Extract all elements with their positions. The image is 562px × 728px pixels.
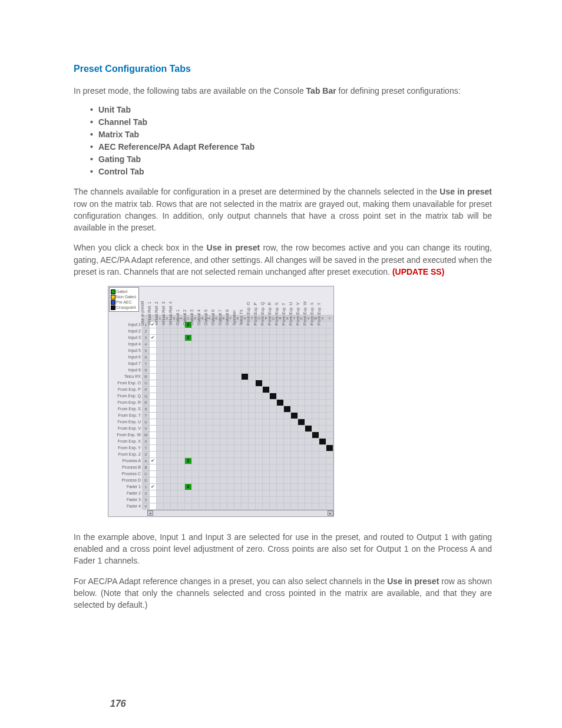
matrix-cell[interactable] (291, 477, 298, 483)
matrix-cell[interactable] (192, 483, 199, 490)
matrix-cell[interactable] (234, 483, 242, 490)
matrix-cell[interactable] (319, 503, 326, 509)
matrix-cell[interactable] (298, 347, 305, 354)
matrix-cell[interactable] (256, 367, 263, 373)
use-in-preset-checkbox[interactable] (150, 406, 157, 412)
matrix-cell[interactable] (284, 470, 291, 477)
matrix-cell[interactable] (206, 354, 213, 360)
matrix-cell[interactable] (227, 393, 234, 399)
matrix-cell[interactable] (298, 490, 305, 496)
matrix-cell[interactable] (234, 334, 242, 341)
matrix-cell[interactable] (277, 347, 284, 354)
matrix-cell[interactable] (192, 464, 199, 470)
matrix-cell[interactable] (256, 406, 263, 412)
matrix-cell[interactable] (277, 360, 284, 367)
matrix-cell[interactable] (157, 386, 164, 393)
matrix-cell[interactable] (234, 328, 242, 334)
matrix-cell[interactable] (298, 334, 305, 341)
matrix-cell[interactable] (185, 470, 192, 477)
matrix-cell[interactable] (227, 419, 234, 425)
matrix-cell[interactable] (213, 386, 220, 393)
matrix-cell[interactable] (199, 373, 206, 380)
matrix-cell[interactable] (234, 393, 242, 399)
matrix-cell[interactable] (213, 431, 220, 438)
matrix-cell[interactable] (234, 373, 242, 380)
matrix-cell[interactable] (305, 334, 312, 341)
matrix-cell[interactable] (249, 503, 256, 509)
matrix-cell[interactable] (185, 503, 192, 509)
matrix-cell[interactable] (213, 464, 220, 470)
matrix-cell[interactable] (164, 347, 171, 354)
matrix-cell[interactable] (185, 373, 192, 380)
matrix-cell[interactable] (242, 477, 249, 483)
matrix-cell[interactable] (305, 386, 312, 393)
matrix-cell[interactable] (270, 373, 277, 380)
matrix-cell[interactable] (326, 341, 333, 347)
matrix-cell[interactable] (319, 373, 326, 380)
matrix-cell[interactable] (319, 393, 326, 399)
matrix-cell[interactable] (312, 451, 319, 457)
matrix-cell[interactable] (192, 399, 199, 406)
matrix-cell[interactable] (256, 451, 263, 457)
matrix-cell[interactable] (213, 334, 220, 341)
matrix-cell[interactable] (178, 464, 185, 470)
matrix-cell[interactable] (270, 360, 277, 367)
matrix-cell[interactable] (298, 425, 305, 431)
matrix-cell[interactable] (326, 464, 333, 470)
matrix-cell[interactable] (164, 438, 171, 444)
matrix-cell[interactable] (242, 457, 249, 464)
use-in-preset-checkbox[interactable]: ✔ (150, 483, 157, 490)
matrix-cell[interactable] (298, 412, 305, 419)
matrix-cell[interactable] (234, 367, 242, 373)
matrix-cell[interactable] (199, 431, 206, 438)
use-in-preset-checkbox[interactable] (150, 328, 157, 334)
matrix-cell[interactable] (206, 431, 213, 438)
matrix-cell[interactable] (171, 393, 178, 399)
matrix-cell[interactable] (178, 451, 185, 457)
use-in-preset-checkbox[interactable] (150, 386, 157, 393)
matrix-cell[interactable] (213, 490, 220, 496)
matrix-cell[interactable] (312, 477, 319, 483)
matrix-cell[interactable] (157, 393, 164, 399)
matrix-cell[interactable] (284, 373, 291, 380)
matrix-cell[interactable] (213, 444, 220, 451)
matrix-cell[interactable] (192, 354, 199, 360)
matrix-cell[interactable] (291, 386, 298, 393)
crosspoint[interactable] (242, 373, 249, 380)
matrix-cell[interactable] (270, 380, 277, 386)
matrix-cell[interactable] (185, 406, 192, 412)
matrix-cell[interactable] (178, 419, 185, 425)
matrix-cell[interactable] (192, 438, 199, 444)
matrix-cell[interactable] (220, 483, 227, 490)
matrix-cell[interactable] (277, 444, 284, 451)
crosspoint[interactable] (263, 386, 270, 393)
matrix-cell[interactable] (319, 360, 326, 367)
matrix-cell[interactable] (319, 477, 326, 483)
matrix-cell[interactable] (319, 386, 326, 393)
matrix-cell[interactable] (291, 354, 298, 360)
matrix-cell[interactable] (277, 341, 284, 347)
matrix-cell[interactable] (164, 341, 171, 347)
matrix-cell[interactable] (206, 438, 213, 444)
matrix-cell[interactable] (256, 412, 263, 419)
matrix-cell[interactable] (227, 464, 234, 470)
matrix-cell[interactable] (298, 483, 305, 490)
matrix-cell[interactable] (305, 341, 312, 347)
matrix-cell[interactable] (227, 406, 234, 412)
matrix-cell[interactable] (164, 412, 171, 419)
matrix-cell[interactable] (157, 328, 164, 334)
matrix-cell[interactable] (312, 393, 319, 399)
matrix-cell[interactable] (206, 360, 213, 367)
matrix-cell[interactable] (284, 483, 291, 490)
matrix-cell[interactable] (220, 490, 227, 496)
matrix-cell[interactable] (284, 380, 291, 386)
matrix-cell[interactable] (164, 399, 171, 406)
use-in-preset-checkbox[interactable] (150, 360, 157, 367)
crosspoint[interactable] (305, 425, 312, 431)
matrix-cell[interactable] (220, 328, 227, 334)
matrix-cell[interactable] (171, 412, 178, 419)
matrix-cell[interactable] (326, 470, 333, 477)
matrix-cell[interactable] (249, 347, 256, 354)
matrix-cell[interactable] (256, 503, 263, 509)
matrix-cell[interactable] (305, 393, 312, 399)
